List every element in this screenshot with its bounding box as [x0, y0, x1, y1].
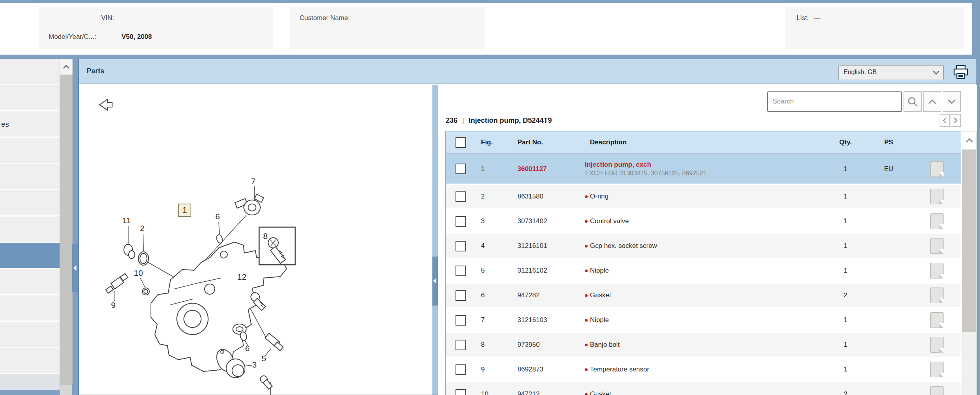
- diagram-callout[interactable]: 10: [134, 268, 143, 277]
- document-note-icon[interactable]: [930, 189, 944, 204]
- row-checkbox[interactable]: [456, 191, 466, 202]
- table-row[interactable]: 7 31216103 Nipple 1: [446, 308, 961, 333]
- diagram-callout[interactable]: 11: [122, 216, 131, 225]
- previous-page-button[interactable]: [940, 114, 950, 127]
- sidebar-item[interactable]: [0, 138, 60, 164]
- sidebar-item[interactable]: [0, 295, 60, 322]
- parts-table: Fig. Part No. Description Qty. PS 1 3600…: [445, 131, 961, 395]
- part-no-link[interactable]: 947212: [501, 390, 575, 395]
- diagram-callout[interactable]: 5: [261, 354, 266, 363]
- fig-cell: 1: [467, 165, 501, 173]
- search-button[interactable]: [904, 91, 922, 112]
- sidebar-item[interactable]: [0, 348, 60, 374]
- scrollbar-thumb[interactable]: [962, 150, 976, 332]
- sidebar-item[interactable]: [0, 59, 60, 85]
- sidebar-item[interactable]: [0, 322, 60, 348]
- scroll-up-button[interactable]: [60, 59, 73, 75]
- language-select[interactable]: English, GB: [838, 65, 944, 80]
- description-text: Temperature sensor: [590, 366, 649, 373]
- description-subtext: EXCH FOR 31303475, 30756125, 8692521.: [585, 170, 826, 177]
- sidebar-item[interactable]: [0, 164, 60, 190]
- row-checkbox[interactable]: [456, 364, 466, 375]
- diagram-callout[interactable]: 2: [140, 224, 145, 233]
- table-row[interactable]: 2 8631580 O-ring 1: [446, 185, 961, 209]
- diagram-callout[interactable]: 12: [237, 272, 246, 281]
- diagram-callout[interactable]: 3: [252, 360, 257, 369]
- table-row[interactable]: 1 36001127 Injection pump, exch EXCH FOR…: [446, 154, 961, 185]
- find-next-button[interactable]: [943, 91, 961, 112]
- part-no-link[interactable]: 8631580: [501, 193, 575, 200]
- sidebar-item[interactable]: [0, 85, 60, 111]
- vin-label: VIN:: [101, 14, 114, 22]
- row-checkbox[interactable]: [456, 340, 466, 350]
- row-checkbox[interactable]: [456, 389, 466, 395]
- part-no-link[interactable]: 31216101: [501, 242, 575, 250]
- row-checkbox[interactable]: [456, 164, 466, 174]
- sidebar-item[interactable]: es: [0, 111, 60, 138]
- document-note-icon[interactable]: [930, 337, 944, 353]
- sidebar-item[interactable]: [0, 217, 60, 243]
- part-no-link[interactable]: 31216103: [501, 316, 575, 324]
- panel-collapse-handle[interactable]: [432, 257, 438, 306]
- diagram-callout[interactable]: 6: [215, 212, 220, 221]
- sidebar-scrollbar[interactable]: [60, 59, 72, 395]
- table-row[interactable]: 6 947282 Gasket 2: [446, 284, 961, 308]
- document-note-icon[interactable]: [930, 312, 944, 328]
- sidebar-collapse-handle[interactable]: [72, 244, 78, 292]
- diagram-callout[interactable]: 9: [111, 300, 116, 309]
- diagram-callout[interactable]: 1: [182, 205, 187, 214]
- diagram-callout[interactable]: 8: [263, 231, 268, 240]
- diagram-callout[interactable]: 6: [245, 344, 250, 353]
- scrollbar-thumb[interactable]: [60, 75, 73, 385]
- table-row[interactable]: 10 947212 Gasket 2: [446, 382, 961, 395]
- fig-cell: 9: [467, 366, 501, 373]
- row-checkbox[interactable]: [456, 315, 466, 326]
- table-row[interactable]: 5 31216102 Nipple 1: [446, 259, 961, 284]
- document-note-icon[interactable]: [930, 263, 944, 279]
- part-no-link[interactable]: 36001127: [501, 165, 575, 173]
- chevron-left-icon: [943, 117, 947, 124]
- document-note-icon[interactable]: [930, 161, 944, 177]
- sidebar-item[interactable]: [0, 269, 60, 295]
- print-button[interactable]: [953, 65, 969, 80]
- document-note-icon[interactable]: [930, 362, 944, 377]
- row-checkbox[interactable]: [456, 216, 466, 227]
- table-row[interactable]: 4 31216101 Gcp hex. socket screw 1: [446, 234, 961, 259]
- table-row[interactable]: 8 973950 Banjo bolt 1: [446, 333, 961, 358]
- select-all-checkbox[interactable]: [456, 137, 466, 148]
- table-row[interactable]: 9 8692873 Temperature sensor 1: [446, 358, 961, 382]
- sidebar-item-selected[interactable]: [0, 243, 60, 269]
- collapse-left-icon: [73, 265, 76, 271]
- next-page-button[interactable]: [951, 114, 961, 127]
- table-row[interactable]: 3 30731402 Control valve 1: [446, 209, 961, 234]
- diagram-callout[interactable]: 7: [251, 177, 256, 186]
- part-no-link[interactable]: 8692873: [501, 366, 575, 373]
- part-no-link[interactable]: 31216102: [501, 267, 575, 275]
- magnifier-icon: [907, 96, 918, 107]
- table-scrollbar[interactable]: [962, 131, 976, 395]
- document-note-icon[interactable]: [930, 386, 944, 395]
- scroll-up-button[interactable]: [962, 131, 976, 149]
- document-note-icon[interactable]: [930, 213, 944, 229]
- document-note-icon[interactable]: [930, 238, 944, 254]
- qty-cell: 1: [826, 366, 865, 373]
- row-checkbox[interactable]: [456, 266, 466, 276]
- list-value: —: [814, 14, 820, 22]
- model-year-value: V50, 2008: [122, 33, 152, 41]
- search-input[interactable]: [767, 91, 902, 112]
- part-no-link[interactable]: 947282: [501, 291, 575, 299]
- vehicle-header: VIN: Model/Year/C...: V50, 2008 Customer…: [0, 3, 972, 55]
- panel-splitter[interactable]: [432, 85, 438, 395]
- part-no-link[interactable]: 973950: [501, 341, 575, 349]
- find-previous-button[interactable]: [923, 91, 941, 112]
- bullet-icon: [585, 319, 588, 322]
- exploded-parts-diagram[interactable]: 761811210912653: [80, 85, 432, 395]
- sidebar-item[interactable]: [0, 190, 60, 217]
- row-checkbox[interactable]: [456, 241, 466, 251]
- column-header-fig: Fig.: [467, 138, 501, 146]
- bullet-icon: [585, 220, 588, 223]
- part-no-link[interactable]: 30731402: [501, 217, 575, 225]
- bullet-icon: [585, 269, 588, 272]
- row-checkbox[interactable]: [456, 290, 466, 301]
- document-note-icon[interactable]: [930, 288, 944, 303]
